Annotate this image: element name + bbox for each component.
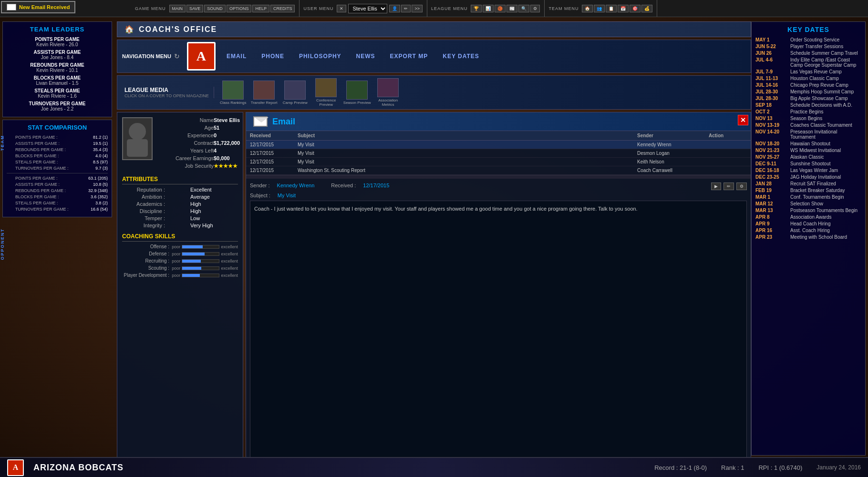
email-row-1[interactable]: 12/17/2015 My Visit Desmon Logan — [246, 149, 751, 158]
skill-row-2: Recruiting : poor excellent — [122, 258, 238, 264]
kd-event-26: Head Coach Hiring — [790, 221, 831, 226]
email-row-3[interactable]: 12/17/2015 Washington St. Scouting Repor… — [246, 166, 751, 175]
user-icon-btn[interactable]: ✕ — [337, 5, 346, 12]
kd-event-4: Las Vegas Revue Camp — [790, 69, 842, 74]
age-label: Age — [156, 125, 214, 131]
media-association-metrics[interactable]: Association Metrics — [374, 78, 403, 107]
league-btn5[interactable]: 🔍 — [518, 5, 529, 12]
email-received-2: 12/17/2015 — [250, 159, 298, 164]
nav-phone[interactable]: PHONE — [258, 51, 288, 61]
media-transfer-report[interactable]: Transfer Report — [250, 81, 279, 105]
action-btn-1[interactable]: ▶ — [711, 183, 721, 190]
action-btn-2[interactable]: ✏ — [723, 183, 734, 190]
kd-date-2: JUN 26 — [755, 51, 786, 56]
kd-event-3: Indy Elite Camp /East Coast Camp George … — [790, 57, 861, 68]
media-season-preview[interactable]: Season Preview — [343, 81, 372, 105]
league-btn6[interactable]: ⚙ — [530, 5, 540, 12]
kd-event-27: Asst. Coach Hiring — [790, 228, 830, 233]
main-btn[interactable]: MAIN — [169, 5, 186, 12]
team-menu-section: TEAM MENU 🏠 👥 📋 📅 🎯 💰 — [545, 0, 657, 17]
team-btn2[interactable]: 👥 — [594, 5, 605, 12]
close-email-btn[interactable]: ✕ — [738, 115, 748, 125]
team-btn3[interactable]: 📋 — [606, 5, 617, 12]
email-action-2 — [709, 159, 747, 164]
coaches-office-header: 🏠 COACH'S OFFICE — [117, 21, 751, 37]
media-label-2: Camp Preview — [283, 101, 308, 105]
nav-email[interactable]: EMAIL — [223, 51, 250, 61]
opp-stat-label-5: TURNOVERS PER GAME : — [15, 207, 72, 212]
skill-excellent-0: excellent — [221, 244, 238, 249]
team-stat-row-2: REBOUNDS PER GAME : 35.4 (3) — [15, 147, 108, 152]
league-btn1[interactable]: 🏆 — [471, 5, 482, 12]
email-sender-2: Keith Nelson — [637, 159, 709, 164]
nav-philosophy[interactable]: PHILOSOPHY — [295, 51, 345, 61]
team-btn4[interactable]: 📅 — [618, 5, 629, 12]
rpi-stat: RPI : 1 (0.6740) — [758, 464, 802, 471]
credits-btn[interactable]: CREDITS — [270, 5, 295, 12]
email-notification[interactable]: New Email Received — [1, 1, 75, 13]
user-action-btn1[interactable]: 👤 — [389, 5, 400, 12]
key-dates-title: KEY DATES — [755, 26, 861, 33]
kd-row-10: OCT 2 Practice Begins — [755, 109, 861, 114]
kd-event-28: Meeting with School Board — [790, 234, 847, 240]
opp-stat-row-3: BLOCKS PER GAME : 3.6 (352) — [15, 194, 108, 199]
email-received-1: 12/17/2015 — [250, 151, 298, 156]
nav-export-mp[interactable]: EXPORT MP — [386, 51, 432, 61]
save-btn[interactable]: SAVE — [186, 5, 203, 12]
kd-date-26: APR 9 — [755, 221, 786, 226]
kd-event-12: Coaches Classic Tournament — [790, 122, 852, 128]
email-scroll[interactable] — [246, 175, 751, 179]
team-btn6[interactable]: 💰 — [641, 5, 652, 12]
team-stat-row-0: POINTS PER GAME : 81.2 (1) — [15, 135, 108, 140]
email-empty-2 — [393, 159, 637, 164]
email-row-0[interactable]: 12/17/2015 My Visit Kennedy Wrenn — [246, 141, 751, 149]
user-select[interactable]: Steve Ellis — [348, 4, 387, 13]
user-menu-title: USER MENU — [303, 6, 333, 11]
user-action-btn3[interactable]: >> — [412, 5, 423, 12]
help-btn[interactable]: HELP — [252, 5, 269, 12]
attr-label-5: Integrity : — [122, 223, 165, 228]
options-btn[interactable]: OPTIONS — [227, 5, 252, 12]
email-subject-3: Washington St. Scouting Report — [298, 168, 393, 173]
team-name-bottom: ARIZONA BOBCATS — [33, 463, 124, 473]
skill-label-2: Recruiting : — [122, 258, 169, 264]
kd-event-17: Sunshine Shootout — [790, 161, 831, 166]
action-btn-3[interactable]: ⚙ — [736, 183, 747, 190]
kd-row-20: JAN 28 Recruit SAT Finalized — [755, 181, 861, 186]
team-btn5[interactable]: 🎯 — [630, 5, 641, 12]
attr-label-0: Reputation : — [122, 187, 165, 193]
kd-row-14: NOV 18-20 Hawaiian Shootout — [755, 141, 861, 146]
team-leaders-box: TEAM LEADERS POINTS PER GAME Kevin Rivie… — [2, 21, 112, 117]
nav-news[interactable]: NEWS — [352, 51, 379, 61]
nav-refresh-icon[interactable]: ↻ — [174, 52, 180, 60]
email-empty-3 — [393, 168, 637, 173]
kd-date-9: SEP 18 — [755, 102, 786, 108]
user-action-btn2[interactable]: ✏ — [401, 5, 411, 12]
media-camp-preview[interactable]: Camp Preview — [281, 81, 310, 105]
team-btn1[interactable]: 🏠 — [582, 5, 593, 12]
email-sender-1: Desmon Logan — [637, 151, 709, 156]
email-panel: Email ✕ Received Subject Sender Action 1… — [246, 112, 751, 477]
league-btn4[interactable]: 📰 — [506, 5, 517, 12]
skill-bar-0 — [182, 245, 219, 249]
league-btn2[interactable]: 📊 — [483, 5, 494, 12]
skill-excellent-2: excellent — [221, 259, 238, 264]
league-btn3[interactable]: 🏀 — [495, 5, 506, 12]
skill-bar-4 — [182, 274, 219, 277]
sound-btn[interactable]: SOUND — [204, 5, 226, 12]
email-row-2[interactable]: 12/17/2015 My Visit Keith Nelson — [246, 158, 751, 166]
right-panel: KEY DATES MAY 1 Order Scouting Service J… — [751, 21, 866, 456]
nav-key-dates[interactable]: KEY DATES — [439, 51, 483, 61]
subject-value: My Visit — [278, 193, 296, 198]
media-conference-preview[interactable]: Conference Preview — [312, 78, 341, 107]
team-stat-row-5: TURNOVERS PER GAME : 9.7 (3) — [15, 166, 108, 171]
kd-row-3: JUL 4-6 Indy Elite Camp /East Coast Camp… — [755, 57, 861, 68]
opp-stat-label-0: POINTS PER GAME : — [15, 176, 72, 181]
skill-fill-1 — [182, 253, 204, 255]
media-label-5: Association Metrics — [374, 98, 403, 107]
stat-leader-2: Kevin Riviere - 10.1 — [7, 68, 108, 73]
media-class-rankings[interactable]: Class Rankings — [219, 81, 248, 105]
email-detail: Sender : Kennedy Wrenn Received : 12/17/… — [246, 179, 751, 477]
stat-cat-2: REBOUNDS PER GAME — [7, 62, 108, 68]
media-cover-5 — [377, 78, 399, 97]
